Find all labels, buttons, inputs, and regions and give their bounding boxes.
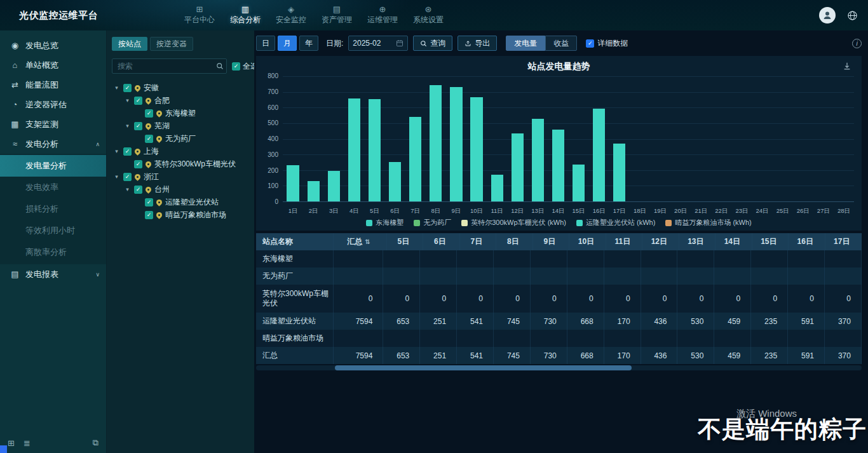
tree-checkbox[interactable] (145, 109, 153, 118)
tree-checkbox[interactable] (145, 211, 153, 219)
period-button[interactable]: 日 (256, 36, 275, 51)
bar[interactable] (512, 133, 524, 201)
bar[interactable] (470, 97, 482, 201)
tree-node[interactable]: 运隆塑业光伏站 (112, 196, 249, 208)
tree-checkbox[interactable] (134, 122, 142, 130)
download-icon[interactable] (843, 62, 851, 71)
bar[interactable] (389, 162, 401, 201)
tree-node[interactable]: 英特尔300kWp车棚光伏 (112, 158, 249, 170)
period-button[interactable]: 年 (299, 36, 318, 51)
tree-node[interactable]: 晴益万象粮油市场 (112, 208, 249, 221)
sidebar-item[interactable]: ≈发电分析∧ (0, 134, 106, 154)
column-header[interactable]: 12日 (642, 233, 679, 250)
tree-checkbox[interactable] (145, 135, 153, 143)
sidebar-subitem[interactable]: 损耗分析 (0, 198, 106, 220)
nav-item[interactable]: ⊕运维管理 (367, 5, 398, 25)
sidebar-item[interactable]: ◉发电总览 (0, 36, 106, 55)
legend-item[interactable]: 东海橡塑 (366, 218, 403, 227)
column-header[interactable]: 7日 (460, 233, 496, 250)
sidebar-item[interactable]: ⌂单站概览 (0, 55, 106, 75)
bar[interactable] (613, 144, 625, 201)
sidebar-subitem[interactable]: 等效利用小时 (0, 220, 106, 241)
tree-node[interactable]: 无为药厂 (112, 132, 249, 145)
nav-item[interactable]: ▤资产管理 (322, 5, 352, 25)
tree-checkbox[interactable] (123, 84, 132, 92)
list-menu-icon[interactable]: ≣ (24, 438, 31, 448)
legend-item[interactable]: 无为药厂 (414, 218, 451, 227)
tree-node[interactable]: ▾芜湖 (112, 119, 249, 132)
search-input[interactable] (118, 62, 216, 71)
column-header[interactable]: 14日 (715, 233, 752, 250)
bar[interactable] (308, 181, 320, 201)
tree-checkbox[interactable] (145, 198, 153, 206)
tree-node[interactable]: ▾安徽 (112, 81, 249, 94)
bar[interactable] (532, 119, 544, 202)
column-header[interactable]: 17日 (825, 233, 862, 250)
sidebar-subitem[interactable]: 离散率分析 (0, 241, 106, 263)
detail-data-checkbox[interactable]: 详细数据 (586, 38, 628, 49)
metric-button[interactable]: 发电量 (506, 36, 545, 51)
legend-item[interactable]: 晴益万象粮油市场 (kWh) (665, 218, 751, 227)
column-header[interactable]: 16日 (789, 233, 825, 250)
bar[interactable] (430, 85, 442, 201)
column-header[interactable]: 15日 (752, 233, 789, 250)
tree-node[interactable]: ▾合肥 (112, 94, 249, 107)
column-header[interactable]: 汇总⇅ (334, 233, 387, 250)
bar[interactable] (593, 109, 605, 201)
sidebar-item[interactable]: ▤发电报表∨ (0, 264, 106, 284)
bar[interactable] (328, 171, 340, 202)
sidebar-subitem[interactable]: 发电效率 (0, 177, 106, 198)
column-header[interactable]: 5日 (387, 233, 423, 250)
export-button[interactable]: 导出 (458, 36, 497, 51)
column-header[interactable]: 11日 (606, 233, 642, 250)
tree-tab[interactable]: 按逆变器 (150, 37, 193, 51)
tree-node[interactable]: ▾浙江 (112, 170, 249, 183)
column-header[interactable]: 站点名称 (256, 233, 334, 250)
metric-button[interactable]: 收益 (545, 36, 577, 51)
search-icon[interactable] (216, 62, 224, 70)
bar[interactable] (491, 175, 503, 201)
grid-menu-icon[interactable]: ⊞ (8, 438, 15, 448)
legend-item[interactable]: 运隆塑业光伏站 (kWh) (576, 218, 655, 227)
column-header[interactable]: 6日 (423, 233, 459, 250)
nav-item[interactable]: ⊞平台中心 (184, 5, 215, 25)
tree-node[interactable]: ▾上海 (112, 145, 249, 158)
period-button[interactable]: 月 (278, 36, 297, 51)
query-button[interactable]: 查询 (413, 36, 452, 51)
tree-node[interactable]: ▾台州 (112, 183, 249, 196)
tree-checkbox[interactable] (134, 186, 142, 194)
info-icon[interactable]: i (852, 39, 862, 48)
sidebar-item[interactable]: ⇄能量流图 (0, 75, 106, 95)
column-header[interactable]: 9日 (533, 233, 569, 250)
column-header[interactable]: 8日 (496, 233, 532, 250)
tree-tab[interactable]: 按站点 (112, 37, 147, 51)
nav-item[interactable]: ▥综合分析 (230, 5, 261, 25)
bar[interactable] (573, 165, 585, 201)
sort-icon[interactable]: ⇅ (365, 238, 370, 245)
date-input[interactable]: 2025-02 (348, 36, 408, 51)
window-restore-icon[interactable]: ⧉ (93, 438, 98, 448)
horizontal-scrollbar-thumb[interactable] (335, 365, 632, 370)
nav-item[interactable]: ◈安全监控 (276, 5, 306, 25)
bar[interactable] (348, 98, 360, 201)
sidebar-item[interactable]: ▦支架监测 (0, 114, 106, 134)
bar[interactable] (552, 130, 564, 201)
nav-item[interactable]: ⊛系统设置 (413, 5, 444, 25)
user-avatar[interactable] (819, 7, 836, 24)
sidebar-item[interactable]: ◔逆变器评估 (0, 95, 106, 114)
legend-item[interactable]: 英特尔300kWp车棚光伏 (kWh) (461, 218, 566, 227)
tree-checkbox[interactable] (134, 97, 142, 105)
bar[interactable] (450, 87, 462, 201)
language-globe-icon[interactable] (847, 10, 858, 21)
tree-checkbox[interactable] (123, 147, 132, 156)
bar[interactable] (409, 117, 421, 201)
tree-node[interactable]: 东海橡塑 (112, 107, 249, 119)
column-header[interactable]: 10日 (569, 233, 606, 250)
horizontal-scrollbar-track[interactable] (256, 365, 862, 370)
column-header[interactable]: 13日 (679, 233, 715, 250)
bar[interactable] (287, 165, 299, 201)
bar[interactable] (369, 99, 381, 201)
sidebar-subitem[interactable]: 发电量分析 (0, 155, 106, 177)
tree-checkbox[interactable] (123, 173, 132, 181)
tree-checkbox[interactable] (134, 160, 142, 168)
